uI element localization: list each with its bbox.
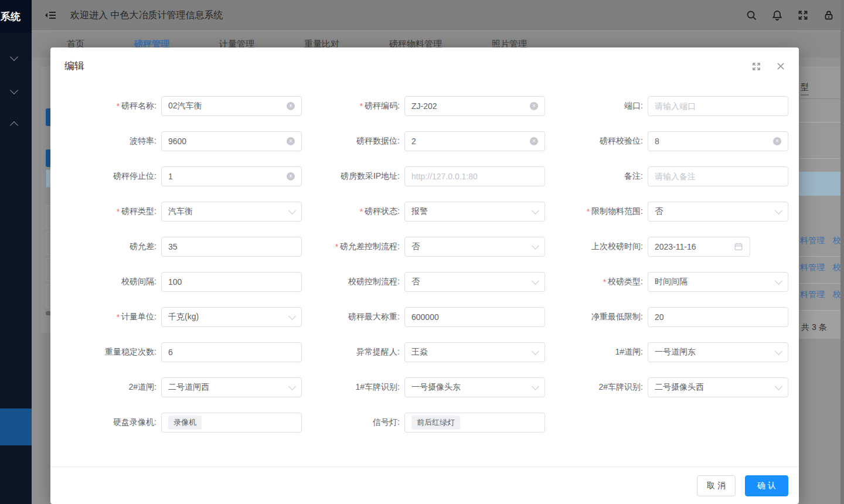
baud-rate-input[interactable] [168,132,287,151]
remark-form-item: 备注: [545,166,788,186]
scale-code-field: × [404,96,545,116]
fullscreen-icon[interactable] [797,9,809,21]
plate-camera-2-select[interactable]: 二号摄像头西 [648,377,788,397]
tolerance-flow-select[interactable]: 否 [404,237,545,257]
scale-name-field: × [161,96,302,116]
gate-2-label: 2#道闸: [64,382,161,393]
table-action-link[interactable]: 料管理 [800,236,825,246]
stable-times-input[interactable] [168,343,295,362]
sidebar-menu-chevron-up-icon[interactable] [10,121,18,130]
remark-input[interactable] [655,167,781,186]
plate-camera-1-select[interactable]: 一号摄像头东 [404,377,545,397]
port-label: 端口: [545,101,648,111]
calibration-interval-field [161,272,302,292]
calibration-type-select[interactable]: 时间间隔 [648,272,788,292]
plate-camera-2-label: 2#车牌识别: [545,382,648,393]
max-weight-field [404,307,545,327]
dialog-close-icon[interactable] [775,61,786,74]
scale-type-select[interactable]: 汽车衡 [161,202,302,222]
calendar-icon[interactable] [734,242,743,251]
table-action-link[interactable]: 校 [833,290,841,300]
baud-rate-label: 波特率: [64,136,161,147]
table-action-link[interactable]: 校 [833,236,841,246]
link-divider: | [828,263,830,273]
stop-bits-input[interactable] [168,167,287,186]
measure-unit-label: *计量单位: [64,312,161,322]
required-asterisk: * [587,207,590,216]
bell-icon[interactable] [771,9,783,21]
edit-dialog: 编辑 *磅秤名称:×*磅秤编码:×端口:波特率:×磅秤数据位:×磅秤校验位:×磅… [50,47,799,504]
dvr-field[interactable]: 录像机 [161,413,302,433]
calibration-flow-select[interactable]: 否 [404,272,545,292]
scale-code-input[interactable] [411,97,530,115]
dvr-tag: 录像机 [168,416,202,430]
gate-2-select[interactable]: 二号道闸西 [161,377,302,397]
sidebar-active-item[interactable] [0,408,32,445]
measure-unit-form-item: *计量单位:千克(kg) [64,307,302,327]
table-action-link[interactable]: 料管理 [800,263,825,273]
stable-times-form-item: 重量稳定次数: [64,342,302,362]
max-weight-input[interactable] [411,308,538,326]
app-header: 欢迎进入 中色大冶质计管理信息系统 [32,0,844,30]
scale-status-label: *磅秤状态: [302,206,404,217]
calibration-type-label: *校磅类型: [545,277,648,287]
min-net-weight-label: 净重最低限制: [545,312,648,322]
clear-icon[interactable]: × [773,137,781,145]
daq-ip-input[interactable] [411,167,538,186]
selected-row-fragment [799,172,840,196]
clear-icon[interactable]: × [287,172,295,181]
chevron-down-icon [775,207,782,214]
clear-icon[interactable]: × [287,102,295,110]
background-table-fragment: 型 料管理|校料管理|校料管理|校 共 3 条 [799,76,840,357]
table-header-fragment: 型 [801,82,809,96]
signal-light-field[interactable]: 前后红绿灯 [404,413,545,433]
table-action-link[interactable]: 料管理 [800,290,825,300]
required-asterisk: * [117,312,120,322]
alert-person-select[interactable]: 王焱 [404,342,545,362]
gate-1-select[interactable]: 一号道闸东 [648,342,788,362]
data-bits-field: × [404,131,545,151]
min-net-weight-input[interactable] [655,308,781,326]
search-icon[interactable] [746,9,757,21]
port-input[interactable] [655,97,781,115]
check-bits-input[interactable] [655,132,773,151]
tolerance-flow-label: *磅允差控制流程: [302,241,404,252]
max-weight-label: 磅秤最大称重: [302,312,404,322]
lock-icon[interactable] [823,9,835,21]
table-action-link[interactable]: 校 [833,263,841,273]
material-limit-select[interactable]: 否 [648,202,788,222]
tolerance-flow-form-item: *磅允差控制流程:否 [302,237,545,257]
vertical-scrollbar[interactable] [840,0,844,504]
clear-icon[interactable]: × [530,102,538,110]
scale-name-input[interactable] [168,97,287,115]
sidebar-menu-chevron-down-icon[interactable] [10,53,18,61]
confirm-button[interactable]: 确 认 [745,475,788,496]
dialog-fullscreen-icon[interactable] [751,62,761,74]
chevron-down-icon [532,207,539,214]
last-calibration-time-date-picker[interactable]: 2023-11-16 [648,237,750,257]
tolerance-input[interactable] [168,237,295,256]
data-bits-input[interactable] [411,132,530,151]
daq-ip-field [404,166,545,186]
cancel-button[interactable]: 取 消 [697,475,736,496]
clear-icon[interactable]: × [287,137,295,145]
port-field [648,96,788,116]
clear-icon[interactable]: × [530,137,538,145]
gate-1-label: 1#道闸: [545,347,648,357]
chevron-down-icon [775,277,782,285]
scale-status-select[interactable]: 报警 [404,202,545,222]
calibration-interval-input[interactable] [168,273,295,291]
calibration-flow-label: 校磅控制流程: [302,277,404,287]
sidebar-menu-chevron-down-icon[interactable] [10,86,18,94]
stop-bits-form-item: 磅秤停止位:× [64,166,302,186]
menu-fold-icon[interactable] [45,11,56,20]
measure-unit-select[interactable]: 千克(kg) [161,307,302,327]
scale-code-form-item: *磅秤编码:× [302,96,545,116]
stop-bits-label: 磅秤停止位: [64,171,161,182]
chevron-down-icon [775,383,782,390]
material-limit-label: *限制物料范围: [545,206,648,217]
link-divider: | [828,290,830,299]
app-logo: 系统 [0,0,32,33]
required-asterisk: * [117,207,120,216]
tolerance-form-item: 磅允差: [64,237,302,257]
